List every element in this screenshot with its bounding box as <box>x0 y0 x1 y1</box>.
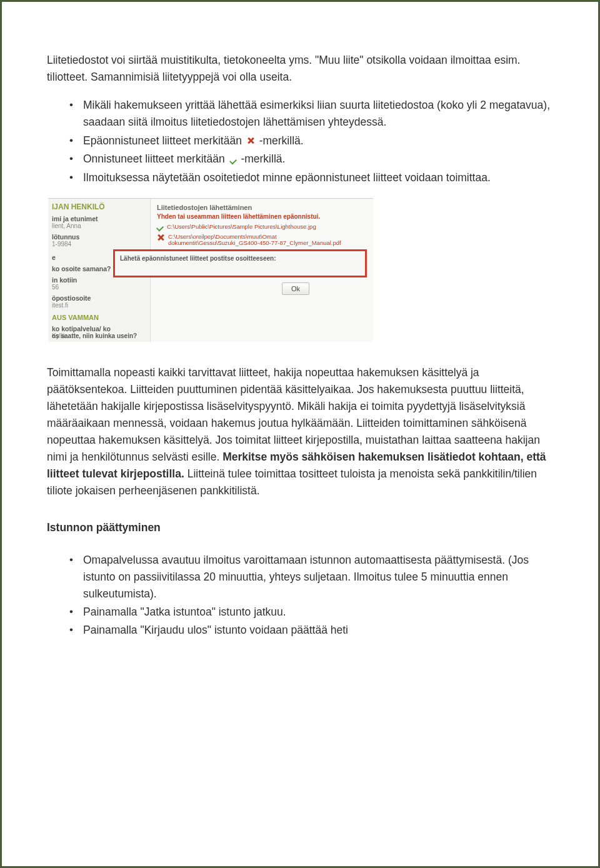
section-header: AUS VAMMAN <box>52 314 146 321</box>
list-item: Omapalvelussa avautuu ilmoitus varoittam… <box>69 552 553 602</box>
list-item: Painamalla "Kirjaudu ulos" istunto voida… <box>69 622 553 639</box>
session-end-list: Omapalvelussa avautuu ilmoitus varoittam… <box>47 552 553 639</box>
session-end-heading: Istunnon päättyminen <box>47 521 553 534</box>
fail-x-icon <box>157 234 164 242</box>
file-row-success: C:\Users\Public\Pictures\Sample Pictures… <box>157 224 367 231</box>
attachment-notes-list: Mikäli hakemukseen yrittää lähettää esim… <box>47 97 553 186</box>
mail-address-label: Lähetä epäonnistuneet liitteet postitse … <box>120 255 276 262</box>
list-text: Epäonnistuneet liitteet merkitään <box>83 134 245 147</box>
list-item: Onnistuneet liitteet merkitään -merkillä… <box>69 151 553 168</box>
field-value: itest.fi <box>52 302 146 309</box>
field-label: os saatte, niin kuinka usein? <box>52 332 137 339</box>
list-item: Ilmoituksessa näytetään osoitetiedot min… <box>69 169 553 186</box>
file-path: C:\Users\oreilpep\Documents\muut\Omat do… <box>168 234 367 247</box>
list-text: Omapalvelussa avautuu ilmoitus varoittam… <box>83 554 529 600</box>
list-item: Painamalla "Jatka istuntoa" istunto jatk… <box>69 604 553 621</box>
list-text: Painamalla "Kirjaudu ulos" istunto voida… <box>83 624 348 636</box>
field-value: lient, Anna <box>52 222 146 229</box>
body-paragraph: Toimittamalla nopeasti kaikki tarvittava… <box>47 364 553 500</box>
section-header: IJAN HENKILÖ <box>52 202 146 211</box>
list-text: -merkillä. <box>241 152 285 165</box>
file-path: C:\Users\Public\Pictures\Sample Pictures… <box>167 224 316 231</box>
attachment-dialog-screenshot: IJAN HENKILÖ imi ja etunimet lient, Anna… <box>48 198 373 342</box>
success-check-icon <box>157 224 163 231</box>
list-text: Ilmoituksessa näytetään osoitetiedot min… <box>83 171 491 184</box>
fail-x-icon <box>247 132 254 149</box>
field-label: lötunnus <box>52 233 146 241</box>
success-check-icon <box>230 151 236 168</box>
document-page: Liitetiedostot voi siirtää muistitikulta… <box>0 0 600 868</box>
error-message: Yhden tai useamman liitteen lähettäminen… <box>157 213 367 220</box>
list-item: Epäonnistuneet liitteet merkitään -merki… <box>69 132 553 150</box>
list-text: Onnistuneet liitteet merkitään <box>83 152 228 165</box>
intro-paragraph: Liitetiedostot voi siirtää muistitikulta… <box>47 52 553 86</box>
field-label: öpostiosoite <box>52 294 146 302</box>
list-text: Painamalla "Jatka istuntoa" istunto jatk… <box>83 606 286 618</box>
field-value: 56 <box>52 284 146 291</box>
file-row-fail: C:\Users\oreilpep\Documents\muut\Omat do… <box>157 234 367 247</box>
body-text: Toimittamalla nopeasti kaikki tarvittava… <box>47 366 540 464</box>
list-text: Mikäli hakemukseen yrittää lähettää esim… <box>83 99 550 128</box>
dialog-panel: Liitetiedostojen lähettäminen Yhden tai … <box>151 199 373 342</box>
field-value: 1-9984 <box>52 241 146 247</box>
field-label: ko kotipalvelua/ ko <box>52 325 146 332</box>
dialog-title: Liitetiedostojen lähettäminen <box>157 204 367 211</box>
field-label: imi ja etunimet <box>52 215 146 222</box>
list-item: Mikäli hakemukseen yrittää lähettää esim… <box>69 97 553 131</box>
ok-button[interactable]: Ok <box>282 282 309 295</box>
mail-address-box: Lähetä epäonnistuneet liitteet postitse … <box>113 249 367 277</box>
list-text: -merkillä. <box>259 134 304 147</box>
